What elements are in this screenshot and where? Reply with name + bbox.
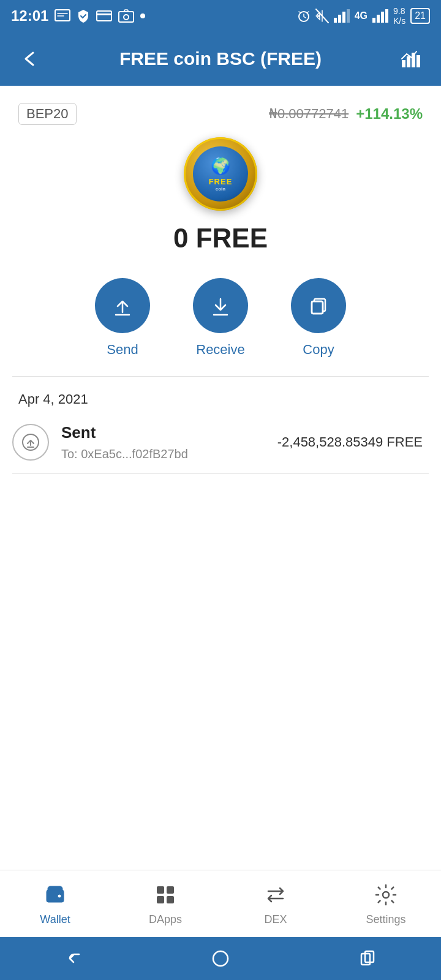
card-icon: [96, 10, 112, 21]
receive-button-container[interactable]: Receive: [193, 278, 248, 358]
tx-icon: [12, 424, 49, 461]
svg-rect-1: [97, 11, 111, 21]
coin-inner: 🌍 FREE coin: [193, 146, 248, 202]
network-label: 4G: [355, 10, 368, 21]
camera-icon: [118, 9, 134, 23]
nav-item-dapps[interactable]: DApps: [110, 881, 221, 926]
svg-rect-12: [381, 12, 384, 23]
status-time: 12:01: [11, 7, 48, 24]
signal-icon: [334, 9, 350, 23]
token-info-row: BEP20 ₦0.00772741 +114.13%: [0, 86, 441, 131]
svg-rect-9: [347, 9, 350, 23]
svg-rect-0: [55, 10, 70, 21]
copy-label: Copy: [303, 342, 334, 358]
alarm-icon: [297, 9, 311, 23]
nav-item-settings[interactable]: Settings: [331, 881, 441, 926]
svg-rect-6: [334, 18, 337, 23]
globe-icon: 🌍: [211, 157, 230, 176]
page-title: FREE coin BSC (FREE): [44, 48, 397, 69]
main-content: BEP20 ₦0.00772741 +114.13% 🌍 FREE coin 0…: [0, 86, 441, 870]
battery-indicator: 21: [410, 8, 430, 24]
dot-indicator: [140, 13, 145, 18]
transaction-item[interactable]: Sent To: 0xEa5c...f02fB27bd -2,458,528.8…: [0, 417, 441, 473]
tx-address: To: 0xEa5c...f02fB27bd: [61, 447, 265, 461]
wallet-nav-icon: [42, 881, 69, 908]
sys-back-button[interactable]: [55, 946, 92, 971]
system-nav-bar: [0, 937, 441, 980]
tx-amount: -2,458,528.85349 FREE: [277, 434, 423, 450]
svg-rect-7: [338, 15, 341, 23]
mute-icon: [315, 9, 329, 23]
nav-item-dex[interactable]: DEX: [221, 881, 331, 926]
svg-rect-11: [377, 15, 380, 23]
token-price-row: ₦0.00772741 +114.13%: [269, 105, 423, 123]
dex-nav-icon: [262, 881, 289, 908]
back-button[interactable]: [15, 44, 44, 74]
dapps-nav-label: DApps: [149, 913, 182, 926]
dapps-nav-icon: [152, 881, 179, 908]
settings-nav-label: Settings: [366, 913, 405, 926]
receive-label: Receive: [196, 342, 244, 358]
svg-rect-15: [407, 56, 410, 67]
settings-nav-icon: [372, 881, 399, 908]
svg-rect-13: [385, 9, 388, 23]
svg-point-4: [124, 15, 129, 20]
svg-rect-24: [157, 886, 164, 894]
speed-label: 9.8K/s: [393, 6, 405, 26]
send-label: Send: [107, 342, 138, 358]
token-badge: BEP20: [18, 103, 77, 125]
tx-type: Sent: [61, 423, 265, 442]
svg-rect-3: [119, 12, 134, 22]
token-price: ₦0.00772741: [269, 106, 349, 122]
status-left: 12:01: [11, 7, 145, 24]
svg-rect-10: [372, 18, 375, 23]
message-icon: [55, 9, 70, 23]
svg-rect-14: [402, 60, 405, 67]
tx-divider: [12, 473, 429, 474]
chart-button[interactable]: [397, 44, 426, 74]
svg-rect-8: [342, 12, 345, 23]
svg-point-28: [383, 892, 389, 898]
nav-item-wallet[interactable]: Wallet: [0, 881, 110, 926]
svg-rect-2: [97, 13, 111, 15]
copy-button[interactable]: [291, 278, 346, 333]
coin-text-small: coin: [216, 186, 225, 192]
svg-rect-26: [157, 896, 164, 903]
status-right: 4G 9.8K/s 21: [297, 6, 430, 26]
shield-icon: [77, 9, 90, 23]
svg-point-23: [58, 894, 61, 898]
token-change: +114.13%: [356, 105, 423, 123]
svg-rect-27: [167, 896, 174, 903]
wallet-nav-label: Wallet: [40, 913, 70, 926]
coin-logo: 🌍 FREE coin: [184, 137, 257, 211]
coin-text-free: FREE: [209, 177, 233, 186]
tx-details: Sent To: 0xEa5c...f02fB27bd: [61, 423, 265, 461]
sys-recent-button[interactable]: [349, 946, 386, 971]
receive-button[interactable]: [193, 278, 248, 333]
header: FREE coin BSC (FREE): [0, 32, 441, 86]
bottom-nav: Wallet DApps DEX: [0, 870, 441, 937]
send-button-container[interactable]: Send: [95, 278, 150, 358]
svg-point-29: [213, 951, 228, 966]
battery-level: 21: [415, 10, 426, 21]
send-button[interactable]: [95, 278, 150, 333]
transaction-date: Apr 4, 2021: [0, 377, 441, 417]
svg-rect-19: [312, 301, 323, 314]
sys-home-button[interactable]: [202, 946, 239, 971]
dex-nav-label: DEX: [264, 913, 287, 926]
status-bar: 12:01 4G 9.8K/s 21: [0, 0, 441, 32]
copy-button-container[interactable]: Copy: [291, 278, 346, 358]
svg-rect-25: [167, 886, 174, 894]
signal2-icon: [372, 9, 388, 23]
coin-logo-container: 🌍 FREE coin: [0, 137, 441, 211]
svg-rect-17: [417, 55, 420, 67]
action-buttons: Send Receive Copy: [0, 278, 441, 358]
balance-display: 0 FREE: [0, 223, 441, 254]
